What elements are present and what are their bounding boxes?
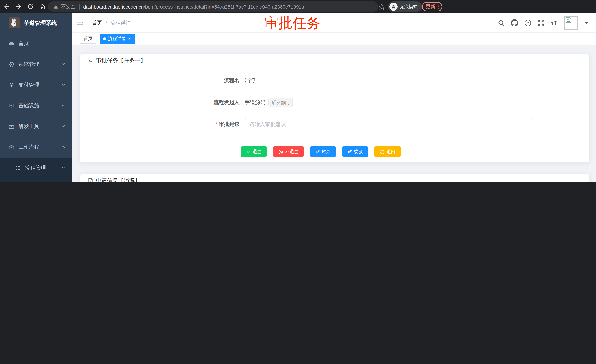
tags-view: 首页 流程详情: [72, 33, 596, 45]
apply-info-card: 申请信息【滔博】 单行文本 多选框组 选项一: [80, 174, 589, 182]
sidebar-item-workflow[interactable]: 工作流程: [0, 137, 72, 158]
close-icon[interactable]: [128, 37, 131, 41]
chevron-down-icon: [61, 61, 66, 67]
edit-icon: [246, 149, 251, 154]
annotation-text: 审批任务: [264, 15, 320, 31]
omnibox-divider: [79, 4, 80, 10]
search-button[interactable]: [498, 19, 505, 27]
starter-row: 流程发起人 芋道源码 研发部门: [80, 98, 589, 107]
fullscreen-button[interactable]: [537, 19, 545, 27]
address-bar[interactable]: 不安全 dashboard.yudao.iocoder.cn/bpm/proce…: [48, 1, 378, 12]
svg-text:T: T: [554, 20, 557, 26]
sidebar-item-infra[interactable]: 基础设施: [0, 95, 72, 116]
delegate-button[interactable]: 委派: [342, 146, 368, 157]
avatar-dropdown-icon[interactable]: [585, 22, 589, 24]
forward-icon: [15, 3, 22, 10]
suggestion-row: 审批建议: [80, 118, 589, 137]
document-icon: [88, 178, 93, 182]
chevron-down-icon: [61, 103, 66, 109]
sidebar-item-home[interactable]: 首页: [0, 33, 72, 54]
sidebar: 芋道管理系统 首页 系统管理 ¥ 支付管理 基础设施: [0, 13, 72, 182]
circle-close-icon: [278, 149, 283, 154]
avatar[interactable]: [564, 16, 578, 30]
chevron-down-icon: [61, 124, 66, 130]
reject-button[interactable]: 不通过: [273, 146, 304, 157]
sidebar-item-devtools[interactable]: 研发工具: [0, 116, 72, 137]
browser-home-button[interactable]: [37, 1, 47, 12]
breadcrumb-home[interactable]: 首页: [92, 20, 102, 26]
sidebar-item-system[interactable]: 系统管理: [0, 54, 72, 75]
suggestion-textarea[interactable]: [245, 118, 533, 137]
return-button[interactable]: 退回: [374, 146, 401, 157]
edit-icon: [315, 149, 320, 154]
sidebar-item-label: 系统管理: [19, 61, 39, 68]
card-title: 申请信息【滔博】: [96, 177, 140, 182]
sidebar-item-process-mgmt[interactable]: 流程管理: [0, 158, 72, 178]
sidebar-item-task-mgmt[interactable]: 任务管理: [0, 178, 72, 182]
bookmark-star-button[interactable]: [378, 3, 385, 11]
incognito-label: 无痕模式: [400, 4, 417, 10]
breadcrumb: 首页 / 流程详情: [92, 13, 131, 33]
sidebar-toggle-button[interactable]: [76, 19, 84, 27]
browser-update-button[interactable]: 更新: [422, 2, 442, 11]
broken-image-icon: [565, 17, 572, 24]
hamburger-icon: [77, 20, 84, 26]
tab-home[interactable]: 首页: [80, 34, 96, 44]
sidebar-item-label: 基础设施: [19, 102, 39, 109]
browser-forward-button[interactable]: [13, 1, 24, 12]
starter-name: 芋道源码: [245, 99, 265, 106]
sidebar-item-label: 工作流程: [19, 144, 39, 151]
picture-icon: [88, 58, 93, 63]
edit-icon: [348, 149, 352, 154]
approval-buttons-row: 通过 不通过 转办 委派: [241, 146, 589, 157]
approval-task-card-body: 流程名 滔博 流程发起人 芋道源码 研发部门 审批建议: [80, 67, 589, 163]
browser-reload-button[interactable]: [25, 1, 36, 12]
app-root: 不安全 dashboard.yudao.iocoder.cn/bpm/proce…: [0, 0, 596, 182]
update-label: 更新: [426, 3, 435, 10]
github-button[interactable]: [511, 19, 518, 27]
tab-process-detail[interactable]: 流程详情: [100, 34, 135, 44]
search-icon: [498, 19, 505, 26]
svg-text:T: T: [551, 22, 553, 26]
url-path: /bpm/process-instance/detail?id=54aa251f…: [144, 4, 304, 9]
browser-back-button[interactable]: [1, 1, 12, 12]
yen-icon: ¥: [8, 82, 15, 88]
starter-dept-tag: 研发部门: [268, 98, 293, 107]
sidebar-item-label: 研发工具: [19, 123, 39, 130]
starter-value: 芋道源码 研发部门: [245, 98, 293, 107]
approve-button[interactable]: 通过: [241, 146, 267, 157]
suggestion-label: 审批建议: [80, 121, 239, 128]
navbar-actions: ? TT: [498, 13, 589, 33]
breadcrumb-separator: /: [105, 20, 107, 26]
sidebar-item-label: 支付管理: [19, 82, 39, 88]
font-size-icon: TT: [551, 19, 558, 27]
font-size-button[interactable]: TT: [551, 19, 558, 27]
security-label[interactable]: 不安全: [61, 3, 75, 10]
approval-task-card-header: 审批任务【任务一】: [80, 54, 589, 67]
starter-label: 流程发起人: [80, 99, 239, 106]
monitor-check-icon: [8, 103, 15, 109]
browser-menu-icon[interactable]: [438, 4, 439, 9]
active-dot: [103, 37, 106, 40]
svg-text:¥: ¥: [10, 82, 13, 88]
not-secure-warning-icon: [53, 4, 59, 9]
help-button[interactable]: ?: [524, 19, 532, 27]
app-logo: [9, 17, 20, 29]
process-name-label: 流程名: [80, 77, 239, 84]
gear-icon: [8, 61, 15, 67]
dashboard-icon: [8, 41, 15, 47]
list-tree-icon: [15, 165, 22, 171]
transfer-button[interactable]: 转办: [310, 146, 336, 157]
sidebar-item-payment[interactable]: ¥ 支付管理: [0, 75, 72, 95]
chevron-down-icon: [61, 82, 66, 88]
back-icon: [3, 3, 10, 10]
sidebar-menu: 首页 系统管理 ¥ 支付管理 基础设施 研发工具: [0, 33, 72, 182]
fullscreen-icon: [537, 19, 545, 27]
top-navbar: 首页 / 流程详情 ? TT: [72, 13, 596, 33]
github-icon: [511, 19, 518, 27]
chevron-down-icon: [61, 165, 66, 171]
card-title: 审批任务【任务一】: [96, 57, 146, 64]
apply-info-card-header: 申请信息【滔博】: [80, 174, 589, 182]
sidebar-logo-row[interactable]: 芋道管理系统: [0, 13, 72, 33]
breadcrumb-current: 流程详情: [110, 20, 131, 26]
